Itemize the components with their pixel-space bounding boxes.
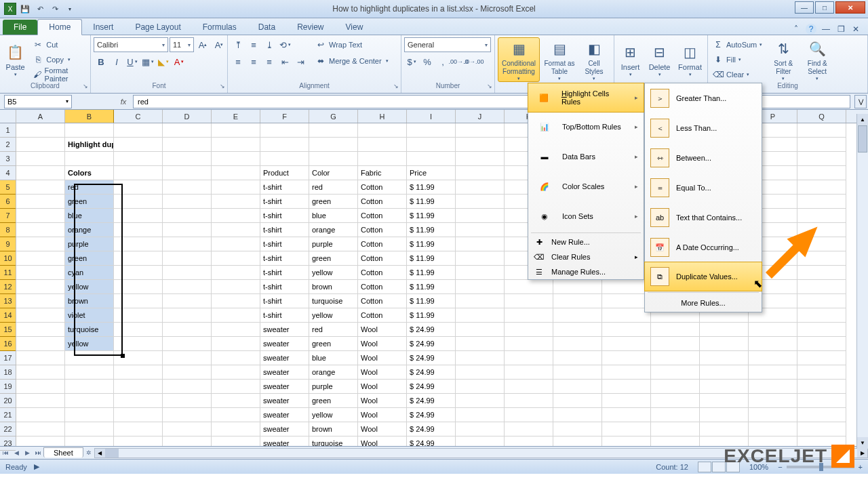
cell[interactable] — [212, 308, 260, 323]
cell[interactable]: purple — [65, 237, 114, 251]
conditional-formatting-button[interactable]: ▦ Conditional Formatting▾ — [498, 37, 540, 82]
cell[interactable] — [114, 180, 163, 195]
cell[interactable] — [553, 351, 602, 365]
cell[interactable]: Wool — [358, 351, 407, 365]
cell[interactable] — [505, 351, 553, 365]
vertical-scrollbar[interactable]: ▲ ▼ — [856, 114, 868, 449]
clear-button[interactable]: ⌫Clear▾ — [711, 67, 764, 81]
minimize-ribbon-icon[interactable]: ˄ — [791, 24, 802, 35]
cell[interactable] — [553, 408, 602, 422]
cell[interactable] — [309, 123, 358, 138]
cell[interactable]: $ 11.99 — [407, 266, 456, 280]
cell[interactable] — [16, 380, 65, 394]
cell[interactable]: Highlight duplicates in a list — [65, 138, 114, 152]
cell[interactable] — [797, 422, 846, 436]
cell[interactable]: Wool — [358, 422, 407, 436]
cell[interactable] — [456, 223, 505, 237]
number-dialog-icon[interactable]: ↘ — [487, 83, 492, 89]
cell[interactable] — [553, 337, 602, 351]
cell[interactable]: $ 11.99 — [407, 223, 456, 237]
cell[interactable] — [797, 166, 846, 180]
cell[interactable] — [260, 138, 309, 152]
menu-new-rule[interactable]: ✚New Rule... — [528, 235, 644, 249]
cell[interactable]: Cotton — [358, 195, 407, 209]
cell[interactable] — [700, 323, 749, 337]
cell[interactable]: red — [309, 180, 358, 195]
cell[interactable] — [553, 394, 602, 408]
tab-formulas[interactable]: Formulas — [192, 20, 248, 35]
cell[interactable] — [114, 123, 163, 138]
cell[interactable]: $ 24.99 — [407, 365, 456, 380]
cell[interactable] — [553, 294, 602, 308]
cell[interactable] — [602, 408, 651, 422]
cell[interactable] — [749, 323, 797, 337]
cell[interactable] — [456, 152, 505, 166]
cell[interactable] — [65, 394, 114, 408]
cell[interactable] — [651, 323, 700, 337]
window-close-icon[interactable]: ✕ — [850, 24, 861, 35]
row-header[interactable]: 22 — [0, 422, 16, 436]
cell[interactable] — [505, 380, 553, 394]
cell[interactable] — [456, 209, 505, 223]
cell[interactable] — [163, 195, 212, 209]
cell[interactable] — [114, 138, 163, 152]
font-size-combo[interactable]: 11▾ — [170, 37, 194, 52]
cell[interactable] — [212, 294, 260, 308]
delete-cells-button[interactable]: ⊟Delete▾ — [646, 37, 673, 82]
find-select-button[interactable]: 🔍Find & Select▾ — [802, 37, 832, 82]
cell[interactable]: Color — [309, 166, 358, 180]
cell[interactable]: Product — [260, 166, 309, 180]
cell[interactable] — [553, 280, 602, 294]
column-header[interactable]: H — [358, 110, 407, 123]
row-header[interactable]: 11 — [0, 266, 16, 280]
shrink-font-button[interactable]: A▾ — [212, 37, 226, 52]
cell[interactable] — [456, 166, 505, 180]
cell[interactable] — [163, 209, 212, 223]
cell[interactable] — [212, 123, 260, 138]
cell[interactable] — [358, 152, 407, 166]
cell[interactable] — [797, 294, 846, 308]
cell[interactable]: violet — [65, 308, 114, 323]
column-header[interactable]: G — [309, 110, 358, 123]
decrease-indent-button[interactable]: ⇤ — [277, 54, 292, 69]
row-header[interactable]: 16 — [0, 337, 16, 351]
format-cells-button[interactable]: ◫Format▾ — [675, 37, 705, 82]
tab-data[interactable]: Data — [248, 20, 286, 35]
cell[interactable] — [358, 123, 407, 138]
cell[interactable] — [797, 394, 846, 408]
cell[interactable] — [114, 152, 163, 166]
cell[interactable] — [16, 180, 65, 195]
cell[interactable] — [797, 380, 846, 394]
cell[interactable]: green — [309, 394, 358, 408]
cell[interactable] — [407, 123, 456, 138]
row-header[interactable]: 7 — [0, 209, 16, 223]
menu-manage-rules[interactable]: ☰Manage Rules... — [528, 264, 644, 279]
cell[interactable] — [114, 323, 163, 337]
row-header[interactable]: 1 — [0, 123, 16, 138]
row-header[interactable]: 14 — [0, 308, 16, 323]
cell[interactable] — [114, 337, 163, 351]
cell[interactable] — [700, 422, 749, 436]
menu-clear-rules[interactable]: ⌫Clear Rules▸ — [528, 249, 644, 264]
cell[interactable]: cyan — [65, 266, 114, 280]
column-header[interactable]: Q — [797, 110, 846, 123]
row-header[interactable]: 19 — [0, 380, 16, 394]
cell[interactable] — [749, 380, 797, 394]
cell[interactable]: t-shirt — [260, 237, 309, 251]
cell[interactable] — [16, 394, 65, 408]
alignment-dialog-icon[interactable]: ↘ — [393, 83, 399, 89]
format-painter-button[interactable]: 🖌Format Painter — [31, 67, 87, 81]
cell[interactable] — [163, 422, 212, 436]
cell[interactable] — [212, 195, 260, 209]
menu-less-than[interactable]: ＜Less Than... — [645, 113, 762, 143]
cell[interactable]: Cotton — [358, 251, 407, 266]
cell[interactable]: Colors — [65, 166, 114, 180]
row-header[interactable]: 12 — [0, 280, 16, 294]
cell[interactable] — [163, 266, 212, 280]
cell[interactable]: Cotton — [358, 237, 407, 251]
cell[interactable] — [212, 180, 260, 195]
cell[interactable] — [114, 266, 163, 280]
cell[interactable] — [163, 223, 212, 237]
cell[interactable] — [797, 408, 846, 422]
cell[interactable] — [553, 323, 602, 337]
